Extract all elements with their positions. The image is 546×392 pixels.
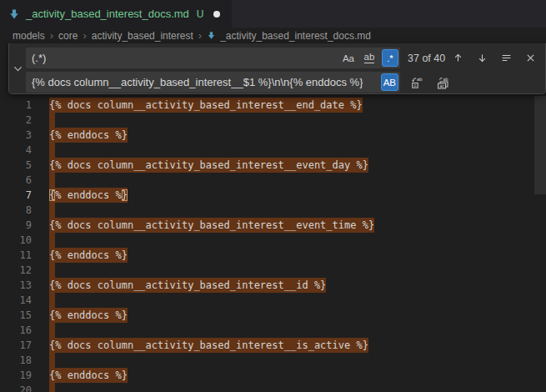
replace-all-button[interactable]: ab ac: [433, 73, 451, 91]
tab-active-file[interactable]: _activity_based_interest_docs.md U: [0, 0, 232, 28]
find-match-highlight-empty: [49, 233, 55, 248]
breadcrumb-separator: ›: [83, 30, 86, 41]
editor-line[interactable]: 18: [0, 353, 546, 368]
line-number: 11: [0, 248, 32, 263]
editor-line[interactable]: 3{% enddocs %}: [0, 128, 546, 143]
line-content: [49, 143, 55, 158]
breadcrumb-item-file[interactable]: _activity_based_interest_docs.md: [207, 30, 371, 42]
tab-filename: _activity_based_interest_docs.md: [26, 8, 189, 20]
preserve-case-toggle[interactable]: AB: [381, 73, 398, 91]
line-number: 2: [0, 113, 32, 128]
line-number: 3: [0, 128, 32, 143]
editor-line[interactable]: 15{% enddocs %}: [0, 308, 546, 323]
git-status-badge: U: [197, 8, 204, 20]
editor-line[interactable]: 20: [0, 383, 546, 392]
editor-lines: 1{% docs column__activity_based_interest…: [0, 98, 546, 392]
line-number: 9: [0, 218, 32, 233]
close-icon[interactable]: [522, 49, 539, 67]
line-content: {% enddocs %}: [49, 248, 128, 263]
editor-line[interactable]: 4: [0, 143, 546, 158]
find-match-highlight: {% enddocs %}: [49, 188, 128, 203]
line-content: {% enddocs %}: [49, 188, 128, 203]
results-count: 37 of 40: [408, 53, 445, 64]
whole-word-toggle[interactable]: ab: [361, 49, 378, 67]
bracket-match-box: }: [122, 189, 128, 201]
line-content: [49, 203, 55, 218]
line-number: 10: [0, 233, 32, 248]
line-number: 18: [0, 353, 32, 368]
editor-line[interactable]: 11{% enddocs %}: [0, 248, 546, 263]
line-number: 17: [0, 338, 32, 353]
find-in-selection-icon[interactable]: [498, 49, 515, 67]
line-content: [49, 113, 55, 128]
line-number: 20: [0, 383, 32, 392]
line-content: [49, 323, 55, 338]
line-content: {% docs column__activity_based_interest_…: [49, 338, 368, 353]
replace-input-value: {% docs column__activity_based_interest_…: [26, 76, 363, 88]
line-number: 12: [0, 263, 32, 278]
editor-line[interactable]: 5{% docs column__activity_based_interest…: [0, 158, 546, 173]
line-number: 13: [0, 278, 32, 293]
find-match-highlight: {% docs column__activity_based_interest_…: [49, 278, 326, 293]
vertical-scrollbar[interactable]: [534, 96, 546, 194]
line-number: 15: [0, 308, 32, 323]
regex-toggle[interactable]: .*: [382, 49, 398, 67]
find-match-highlight: {% docs column__activity_based_interest_…: [49, 158, 368, 173]
find-input-value: (.*): [26, 52, 46, 64]
editor-line[interactable]: 12: [0, 263, 546, 278]
line-content: [49, 353, 55, 368]
line-number: 16: [0, 323, 32, 338]
breadcrumb-item-core[interactable]: core: [58, 30, 78, 42]
editor-line[interactable]: 17{% docs column__activity_based_interes…: [0, 338, 546, 353]
find-match-highlight: {% enddocs %}: [49, 368, 128, 383]
editor-line[interactable]: 8: [0, 203, 546, 218]
line-content: {% docs column__activity_based_interest_…: [49, 158, 368, 173]
line-content: {% enddocs %}: [49, 308, 128, 323]
find-match-highlight-empty: [49, 173, 55, 188]
breadcrumb-item-activity-based-interest[interactable]: activity_based_interest: [92, 30, 193, 42]
find-match-highlight: {% docs column__activity_based_interest_…: [49, 98, 363, 113]
match-case-toggle[interactable]: Aa: [340, 49, 357, 67]
breadcrumb-separator: ›: [50, 30, 53, 41]
toggle-replace-chevron-icon[interactable]: [9, 43, 26, 93]
editor-line[interactable]: 14: [0, 293, 546, 308]
find-match-highlight-empty: [49, 353, 55, 368]
editor-line[interactable]: 1{% docs column__activity_based_interest…: [0, 98, 546, 113]
replace-input[interactable]: {% docs column__activity_based_interest_…: [26, 72, 400, 93]
breadcrumb: models › core › activity_based_interest …: [0, 28, 546, 43]
find-match-highlight-empty: [49, 263, 55, 278]
editor-line[interactable]: 19{% enddocs %}: [0, 368, 546, 383]
editor-line[interactable]: 2: [0, 113, 546, 128]
svg-text:c: c: [413, 83, 416, 88]
editor-line[interactable]: 10: [0, 233, 546, 248]
find-match-highlight: {% docs column__activity_based_interest_…: [49, 338, 368, 353]
previous-match-button[interactable]: [449, 49, 467, 67]
find-match-highlight-empty: [49, 113, 55, 128]
find-input[interactable]: (.*) Aa ab .*: [26, 48, 400, 68]
tab-bar: _activity_based_interest_docs.md U: [0, 0, 546, 28]
line-number: 1: [0, 98, 32, 113]
svg-text:ab: ab: [417, 77, 423, 82]
editor-line[interactable]: 16: [0, 323, 546, 338]
unsaved-changes-dot[interactable]: [213, 11, 220, 18]
line-content: [49, 293, 55, 308]
find-match-highlight: {% docs column__activity_based_interest_…: [49, 218, 374, 233]
breadcrumb-separator: ›: [198, 30, 202, 41]
next-match-button[interactable]: [473, 49, 491, 67]
replace-button[interactable]: ab c: [408, 73, 425, 91]
line-content: {% enddocs %}: [49, 128, 128, 143]
editor-line[interactable]: 7{% enddocs %}: [0, 188, 546, 203]
editor-line[interactable]: 6: [0, 173, 546, 188]
line-content: [49, 263, 55, 278]
breadcrumb-item-models[interactable]: models: [13, 30, 45, 42]
line-number: 5: [0, 158, 32, 173]
bracket-match-box: {: [49, 189, 55, 201]
find-match-highlight-empty: [49, 203, 55, 218]
editor-line[interactable]: 9{% docs column__activity_based_interest…: [0, 218, 546, 233]
editor-line[interactable]: 13{% docs column__activity_based_interes…: [0, 278, 546, 293]
line-content: {% enddocs %}: [49, 368, 128, 383]
line-content: [49, 383, 55, 392]
line-content: {% docs column__activity_based_interest_…: [49, 98, 363, 113]
find-match-highlight-empty: [49, 323, 55, 338]
find-match-highlight-empty: [49, 293, 55, 308]
